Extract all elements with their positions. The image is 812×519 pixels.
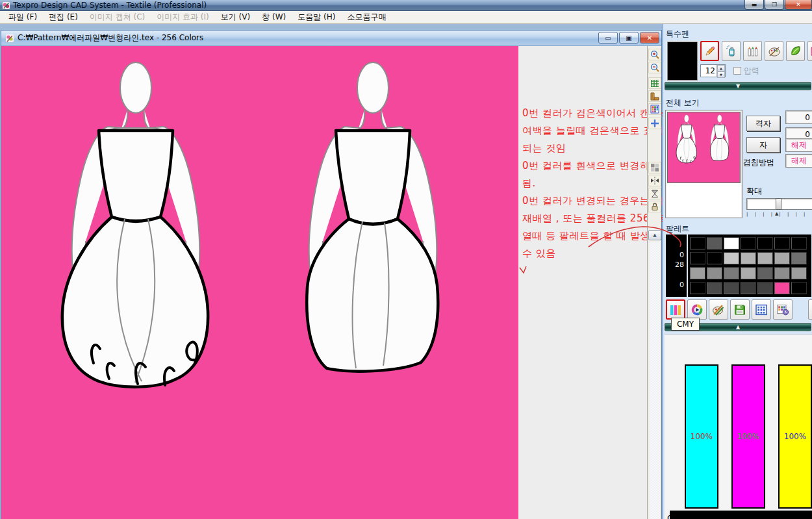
palette-view-button[interactable] — [648, 103, 661, 115]
palette-swatch[interactable] — [774, 267, 790, 279]
grid-button[interactable]: 격자 — [746, 116, 780, 131]
palette-badge-icon — [776, 303, 789, 316]
cmy-bar-percent: 100% — [737, 432, 759, 441]
save-palette-button[interactable] — [730, 299, 750, 320]
ruler-button[interactable] — [648, 90, 661, 102]
doc-close-button[interactable]: ✕ — [640, 32, 659, 44]
palette-swatch[interactable] — [707, 237, 722, 249]
doc-restore-button[interactable]: ▣ — [619, 32, 639, 44]
grid-x-field[interactable]: 0 — [785, 110, 812, 124]
palette-swatch[interactable] — [757, 237, 773, 249]
zoom-in-icon — [650, 50, 660, 60]
palette-swatch[interactable] — [774, 252, 790, 264]
right-panel: 특수펜 12 ▲▼ 압력 ▼ 전체 보기 — [663, 24, 812, 519]
move-tool-button[interactable] — [648, 118, 661, 129]
cmy-bar-c[interactable]: 100% — [685, 364, 718, 509]
palette-swatch[interactable] — [690, 252, 705, 264]
annotation-line: 0번 컬러가 변경되는 경우는 색 — [522, 192, 646, 210]
overview-thumbnail-box[interactable] — [665, 110, 742, 218]
title-bar[interactable]: Texpro Design CAD System - Textile (Prof… — [0, 0, 812, 11]
palette-swatch[interactable] — [791, 237, 807, 249]
cmy-tooltip: CMY — [671, 318, 700, 331]
scrollbar-up-button[interactable]: ▲ — [648, 230, 661, 240]
palette-swatch[interactable] — [724, 237, 739, 249]
zoom-slider[interactable] — [746, 198, 812, 210]
menu-item[interactable]: 창 (W) — [256, 12, 292, 23]
pen-collapse-bar[interactable]: ▼ — [665, 82, 811, 90]
palette-grid-button[interactable] — [752, 299, 771, 320]
palette-swatch[interactable] — [741, 237, 756, 249]
palette-swatch[interactable] — [757, 267, 773, 279]
edit-colors-button[interactable] — [709, 299, 728, 320]
document-title-bar[interactable]: C:₩Pattern₩에러파일₩변형라인.tex - 256 Colors ▭ … — [1, 31, 661, 46]
cmy-bar-m[interactable]: 100% — [731, 364, 765, 509]
document-window: C:₩Pattern₩에러파일₩변형라인.tex - 256 Colors ▭ … — [1, 30, 662, 519]
canvas[interactable] — [1, 46, 518, 519]
grid-x-value: 0 — [805, 113, 810, 122]
pen-current-color[interactable] — [667, 42, 698, 81]
annotation-line: 열때 등 팔레트을 할 때 발생할 — [522, 227, 646, 245]
save-icon — [733, 303, 746, 316]
palette-swatch[interactable] — [774, 282, 790, 294]
pen-size-down-icon[interactable]: ▼ — [717, 71, 725, 78]
menu-item[interactable]: 소모품구매 — [341, 12, 392, 23]
palette-swatch[interactable] — [724, 267, 739, 279]
restore-button[interactable]: ❐ — [765, 0, 784, 10]
palette-swatch[interactable] — [724, 252, 739, 264]
palette-swatch[interactable] — [690, 237, 705, 249]
palette-swatch[interactable] — [707, 252, 722, 264]
palette-swatch[interactable] — [707, 282, 722, 294]
zoom-in-button[interactable] — [648, 49, 661, 60]
grid-toggle-button[interactable] — [648, 77, 661, 89]
palette-index-box[interactable]: 0280 — [666, 234, 687, 297]
cmy-section: C255▲▼M255▲▼Y255▲▼ 100%100%100% — [665, 334, 812, 519]
ruler-toggle-button[interactable]: 자 — [746, 137, 780, 153]
ruler-state-value: 해제 — [791, 140, 807, 151]
palette-tool-button[interactable] — [765, 41, 783, 61]
pencil-tool-button[interactable] — [700, 41, 719, 61]
palette-swatch[interactable] — [757, 252, 773, 264]
close-icon: ✕ — [796, 1, 801, 8]
palette-swatch[interactable] — [791, 282, 807, 294]
shape-tool-button[interactable] — [807, 41, 812, 61]
zoom-slider-thumb[interactable] — [776, 198, 781, 210]
hourglass-button[interactable] — [648, 188, 661, 199]
palette-swatch[interactable] — [741, 252, 756, 264]
zoom-out-button[interactable] — [648, 62, 661, 73]
palette-swatch[interactable] — [774, 237, 790, 249]
palette-swatch[interactable] — [690, 267, 705, 279]
pen-size-up-icon[interactable]: ▲ — [717, 65, 725, 71]
palette-swatch[interactable] — [707, 267, 722, 279]
close-button[interactable]: ✕ — [785, 0, 812, 10]
artist-palette-icon — [768, 45, 781, 58]
palette-swatch[interactable] — [757, 282, 773, 294]
palette-swatch[interactable] — [741, 282, 756, 294]
pen-tools — [700, 41, 812, 61]
menu-item[interactable]: 편집 (E) — [43, 12, 84, 23]
color-wheel-button[interactable] — [687, 299, 707, 320]
palette-swatch[interactable] — [741, 267, 756, 279]
refresh-palette-button[interactable] — [808, 299, 812, 320]
leaf-tool-button[interactable] — [786, 41, 805, 61]
palette-swatch[interactable] — [791, 267, 807, 279]
spray-tool-button[interactable] — [722, 41, 741, 61]
cmy-bar-y[interactable]: 100% — [778, 364, 812, 509]
tile-view-button[interactable] — [648, 162, 661, 173]
pen-size-spinner[interactable]: 12 ▲▼ — [700, 64, 726, 77]
scrollbar-track[interactable] — [650, 242, 660, 519]
lock-button[interactable] — [648, 201, 661, 212]
cmy-bars-button[interactable] — [666, 299, 685, 320]
pressure-checkbox[interactable] — [733, 67, 741, 75]
minimize-button[interactable]: ▬ — [744, 0, 764, 10]
palette-swatch[interactable] — [791, 252, 807, 264]
menu-item[interactable]: 보기 (V) — [215, 12, 256, 23]
mirror-button[interactable] — [648, 175, 661, 186]
doc-minimize-button[interactable]: ▭ — [598, 32, 618, 44]
marker-tool-button[interactable] — [743, 41, 762, 61]
palette-history-button[interactable] — [773, 299, 793, 320]
doc-minimize-icon: ▭ — [605, 34, 611, 42]
menu-item[interactable]: 파일 (F) — [3, 12, 43, 23]
menu-item[interactable]: 도움말 (H) — [292, 12, 341, 23]
palette-swatch[interactable] — [690, 282, 705, 294]
palette-swatch[interactable] — [724, 282, 739, 294]
